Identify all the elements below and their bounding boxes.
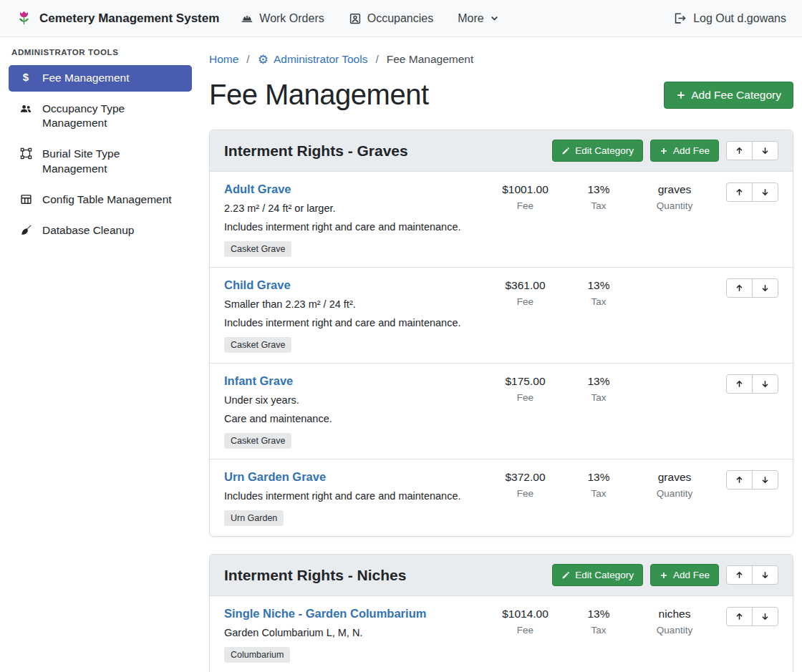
move-fee-up-button[interactable] [726,607,753,626]
plus-icon [676,90,686,100]
fee-desc-1: Garden Columbarium L, M, N. [224,625,484,641]
fee-tax-col: 13% Tax [566,278,631,307]
move-fee-up-button[interactable] [726,374,753,394]
category-body: Adult Grave 2.23 m² / 24 ft² or larger. … [210,172,793,536]
nav-more[interactable]: More [458,12,498,25]
fee-amount-col: $361.00 Fee [484,278,566,307]
move-fee-down-button[interactable] [752,470,778,490]
fee-tax-label: Tax [566,200,631,211]
fee-tax: 13% [566,608,631,620]
add-fee-button[interactable]: Add Fee [650,564,719,586]
fee-desc-2: Includes interment right and care and ma… [224,316,484,331]
gear-icon: ⚙ [258,54,269,66]
logout-link[interactable]: Log Out d.gowans [673,11,786,25]
edit-category-button[interactable]: Edit Category [552,140,643,162]
sidebar-heading: ADMINISTRATOR TOOLS [11,48,192,57]
category-body: Single Niche - Garden Columbarium Garden… [210,596,793,672]
arrow-up-icon [735,475,744,484]
sidebar-item-burial-site-type-management[interactable]: Burial Site Type Management [9,141,192,182]
fee-type-badge: Columbarium [224,647,290,663]
edit-category-button[interactable]: Edit Category [552,564,643,586]
fee-category-card: Interment Rights - Graves Edit Category … [209,130,793,537]
arrow-up-icon [735,188,744,197]
fee-tax: 13% [566,279,631,292]
category-title: Interment Rights - Niches [224,567,545,584]
fee-amount-col: $1014.00 Fee [484,607,566,636]
add-fee-category-button[interactable]: Add Fee Category [664,82,793,109]
category-header: Interment Rights - Niches Edit Category … [210,555,793,596]
nav-work-orders-label: Work Orders [259,12,324,25]
move-fee-down-button[interactable] [752,374,778,394]
sidebar-item-database-cleanup[interactable]: Database Cleanup [9,218,192,244]
pencil-icon [561,571,570,580]
sidebar-item-occupancy-type-management[interactable]: Occupancy Type Management [9,96,192,137]
fee-amount-label: Fee [484,296,566,307]
fee-tax: 13% [566,183,631,196]
add-fee-label: Add Fee [673,570,710,580]
breadcrumb-home-label: Home [209,53,238,66]
fee-quantity: niches [631,608,718,620]
move-category-up-button[interactable] [726,565,753,585]
category-reorder-group [726,565,778,585]
nav-occupancies[interactable]: Occupancies [349,12,434,25]
arrow-up-icon [735,612,744,621]
add-fee-button[interactable]: Add Fee [650,140,719,162]
sidebar-item-config-table-management[interactable]: Config Table Management [9,187,192,213]
fee-name[interactable]: Adult Grave [224,182,291,196]
category-header: Interment Rights - Graves Edit Category … [210,130,793,172]
fee-name[interactable]: Urn Garden Grave [224,470,326,484]
top-navbar: Cemetery Management System Work Orders O… [0,0,802,37]
fee-row: Child Grave Smaller than 2.23 m² / 24 ft… [210,268,793,364]
breadcrumb: Home / ⚙ Administrator Tools / Fee Manag… [209,53,793,66]
breadcrumb-home[interactable]: Home [209,53,238,66]
fee-tax-col: 13% Tax [566,182,631,211]
fee-quantity: graves [631,183,718,196]
fee-amount: $1001.00 [484,183,566,196]
move-category-down-button[interactable] [752,141,778,160]
fee-name[interactable]: Infant Grave [224,374,293,388]
page-title: Fee Management [209,79,429,111]
fee-amount-col: $175.00 Fee [484,374,566,403]
move-fee-down-button[interactable] [752,278,778,298]
arrow-down-icon [760,146,770,155]
arrow-down-icon [760,283,770,293]
nav-occupancies-label: Occupancies [367,12,434,25]
move-fee-up-button[interactable] [726,182,753,202]
move-fee-down-button[interactable] [752,182,778,202]
move-fee-up-button[interactable] [726,278,753,298]
fee-desc-1: 2.23 m² / 24 ft² or larger. [224,201,484,216]
app-brand[interactable]: Cemetery Management System [16,10,219,26]
fee-tax-label: Tax [566,625,631,636]
breadcrumb-administrator-tools[interactable]: ⚙ Administrator Tools [258,53,368,66]
sidebar-item-fee-management[interactable]: $ Fee Management [9,65,192,92]
users-icon [19,102,33,115]
fee-main: Infant Grave Under six years. Care and m… [224,374,484,449]
fee-name[interactable]: Child Grave [224,278,291,292]
fee-desc-1: Includes interment right and care and ma… [224,489,484,504]
fee-tax-col: 13% Tax [566,470,631,499]
fee-quantity-col: graves Quantity [631,470,718,499]
fee-amount-label: Fee [484,392,566,403]
move-category-up-button[interactable] [726,141,753,160]
arrow-up-icon [735,283,744,293]
move-fee-down-button[interactable] [752,607,778,626]
fee-name[interactable]: Single Niche - Garden Columbarium [224,607,426,620]
move-fee-up-button[interactable] [726,470,753,490]
move-category-down-button[interactable] [752,565,778,585]
fee-type-badge: Casket Grave [224,241,291,257]
fee-main: Single Niche - Garden Columbarium Garden… [224,607,484,663]
arrow-up-icon [735,570,744,580]
arrow-down-icon [760,475,770,484]
fee-amount-col: $1001.00 Fee [484,182,566,211]
chevron-down-icon [490,14,499,23]
fee-main: Child Grave Smaller than 2.23 m² / 24 ft… [224,278,484,353]
fee-reorder-group [726,374,778,394]
fee-desc-1: Under six years. [224,393,484,408]
add-fee-label: Add Fee [673,145,710,156]
fee-row: Adult Grave 2.23 m² / 24 ft² or larger. … [210,172,793,268]
sidebar-item-label: Fee Management [42,71,130,85]
fee-quantity-label: Quantity [631,625,718,636]
fee-row: Infant Grave Under six years. Care and m… [210,364,793,459]
nav-work-orders[interactable]: Work Orders [241,12,324,25]
fee-amount-label: Fee [484,625,566,636]
